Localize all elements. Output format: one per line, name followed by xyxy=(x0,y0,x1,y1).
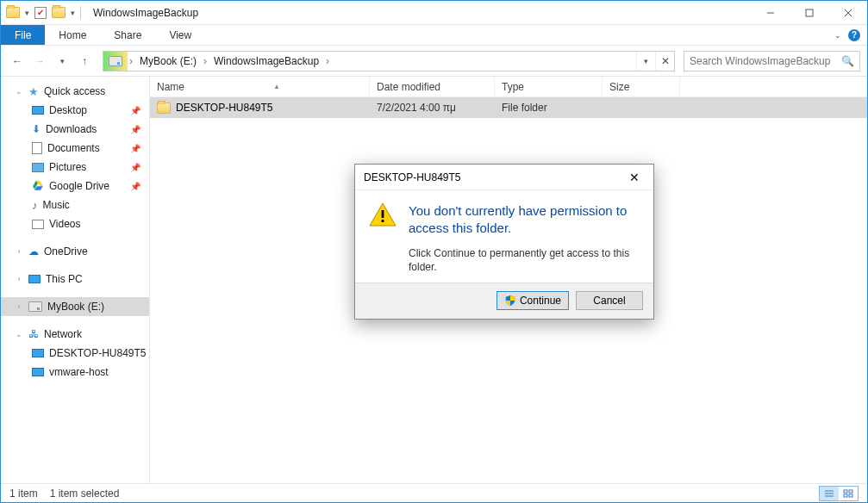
up-button[interactable]: ↑ xyxy=(75,52,94,71)
qat-properties-icon[interactable]: ✔ xyxy=(34,7,47,19)
tree-network-item[interactable]: vmware-host xyxy=(1,363,149,382)
cancel-label: Cancel xyxy=(593,295,625,307)
search-box[interactable]: 🔍 xyxy=(684,51,860,71)
view-thumbnails-button[interactable] xyxy=(839,487,858,500)
uac-shield-icon xyxy=(504,295,516,307)
tree-videos[interactable]: Videos xyxy=(1,214,149,233)
computer-icon xyxy=(32,349,44,357)
search-input[interactable] xyxy=(690,55,841,67)
view-details-button[interactable] xyxy=(820,487,839,500)
network-icon: 🖧 xyxy=(28,328,39,340)
column-size[interactable]: Size xyxy=(603,77,680,96)
minimize-button[interactable] xyxy=(751,1,790,25)
close-button[interactable] xyxy=(828,1,867,25)
dialog-close-button[interactable]: ✕ xyxy=(624,167,645,188)
pin-icon: 📌 xyxy=(130,106,141,115)
column-date[interactable]: Date modified xyxy=(370,77,495,96)
tree-drive-mybook[interactable]: › MyBook (E:) xyxy=(1,297,149,316)
svg-rect-16 xyxy=(382,220,384,222)
dialog-titlebar: DESKTOP-HU849T5 ✕ xyxy=(355,165,653,190)
tree-label: Downloads xyxy=(46,123,97,135)
tree-label: Google Drive xyxy=(49,180,109,192)
tab-share[interactable]: Share xyxy=(100,25,155,45)
tab-file[interactable]: File xyxy=(1,25,45,45)
desktop-icon xyxy=(32,106,44,115)
tree-desktop[interactable]: Desktop 📌 xyxy=(1,101,149,120)
pictures-icon xyxy=(32,163,44,172)
tree-documents[interactable]: Documents 📌 xyxy=(1,139,149,158)
tree-this-pc[interactable]: › This PC xyxy=(1,270,149,289)
chevron-right-icon[interactable]: › xyxy=(128,55,134,67)
ribbon: File Home Share View ⌄ ? xyxy=(1,25,867,46)
tree-downloads[interactable]: ⬇ Downloads 📌 xyxy=(1,120,149,139)
tree-pictures[interactable]: Pictures 📌 xyxy=(1,158,149,177)
tree-label: MyBook (E:) xyxy=(47,301,104,313)
navigation-bar: ← → ▾ ↑ › MyBook (E:) › WindowsImageBack… xyxy=(1,46,867,77)
refresh-button[interactable]: ✕ xyxy=(655,52,674,71)
svg-rect-12 xyxy=(844,494,847,497)
sort-asc-icon: ▲ xyxy=(273,83,280,90)
onedrive-icon: ☁ xyxy=(28,245,39,258)
help-icon[interactable]: ? xyxy=(848,29,860,41)
forward-button[interactable]: → xyxy=(30,52,49,71)
titlebar: ▾ ✔ ▾ WindowsImageBackup xyxy=(1,1,867,25)
explorer-window: ▾ ✔ ▾ WindowsImageBackup File Home Share… xyxy=(0,0,868,503)
window-title: WindowsImageBackup xyxy=(93,7,198,19)
tree-label: Music xyxy=(43,199,70,211)
tree-label: vmware-host xyxy=(49,366,109,378)
column-type[interactable]: Type xyxy=(495,77,603,96)
tree-label: Pictures xyxy=(49,161,86,173)
pin-icon: 📌 xyxy=(130,163,141,172)
address-drive-icon[interactable] xyxy=(103,52,128,71)
recent-locations-icon[interactable]: ▾ xyxy=(53,52,72,71)
svg-rect-10 xyxy=(844,490,847,493)
address-bar[interactable]: › MyBook (E:) › WindowsImageBackup › ▾ ✕ xyxy=(103,51,675,71)
svg-rect-11 xyxy=(849,490,852,493)
star-icon: ★ xyxy=(28,85,39,98)
qat-newfolder-icon[interactable] xyxy=(52,7,66,18)
tree-network-item[interactable]: DESKTOP-HU849T5 xyxy=(1,344,149,363)
app-folder-icon xyxy=(6,7,20,18)
pin-icon: 📌 xyxy=(130,144,141,153)
pin-icon: 📌 xyxy=(130,182,141,191)
permission-dialog: DESKTOP-HU849T5 ✕ You don't currently ha… xyxy=(354,164,654,320)
ribbon-expand-icon[interactable]: ⌄ xyxy=(834,31,841,40)
tree-network[interactable]: ⌄🖧 Network xyxy=(1,325,149,344)
drive-icon xyxy=(28,301,42,312)
tree-label: This PC xyxy=(46,273,83,285)
breadcrumb[interactable]: MyBook (E:) xyxy=(134,52,202,71)
back-button[interactable]: ← xyxy=(8,52,27,71)
qat-dropdown-icon[interactable]: ▾ xyxy=(25,9,29,17)
breadcrumb[interactable]: WindowsImageBackup xyxy=(209,52,324,71)
tree-quick-access[interactable]: ⌄★ Quick access xyxy=(1,82,149,101)
tab-view[interactable]: View xyxy=(155,25,205,45)
this-pc-icon xyxy=(28,275,41,283)
title-separator xyxy=(80,6,81,20)
item-name: DESKTOP-HU849T5 xyxy=(176,102,272,114)
quick-access-toolbar: ▾ ✔ ▾ xyxy=(1,7,75,19)
chevron-right-icon[interactable]: › xyxy=(324,55,331,67)
tree-label: OneDrive xyxy=(44,245,88,258)
videos-icon xyxy=(32,220,44,229)
svg-rect-1 xyxy=(806,9,813,16)
item-type: File folder xyxy=(495,102,603,114)
qat-customize-icon[interactable]: ▾ xyxy=(71,9,75,17)
maximize-button[interactable] xyxy=(790,1,828,25)
tab-home[interactable]: Home xyxy=(45,25,100,45)
continue-button[interactable]: Continue xyxy=(496,291,569,310)
svg-rect-15 xyxy=(382,210,384,218)
list-item[interactable]: DESKTOP-HU849T5 7/2/2021 4:00 πμ File fo… xyxy=(150,97,867,118)
tree-onedrive[interactable]: ›☁ OneDrive xyxy=(1,242,149,261)
column-name[interactable]: Name ▲ xyxy=(150,77,370,96)
item-date: 7/2/2021 4:00 πμ xyxy=(370,102,495,114)
address-history-icon[interactable]: ▾ xyxy=(636,52,655,71)
tree-music[interactable]: ♪ Music xyxy=(1,196,149,214)
dialog-title: DESKTOP-HU849T5 xyxy=(364,171,460,183)
status-bar: 1 item 1 item selected xyxy=(1,483,867,502)
tree-google-drive[interactable]: Google Drive 📌 xyxy=(1,177,149,196)
tree-label: Quick access xyxy=(44,85,105,97)
view-switcher xyxy=(819,486,859,501)
chevron-right-icon[interactable]: › xyxy=(202,55,209,67)
dialog-main-text: You don't currently have permission to a… xyxy=(409,202,640,238)
cancel-button[interactable]: Cancel xyxy=(576,291,643,310)
